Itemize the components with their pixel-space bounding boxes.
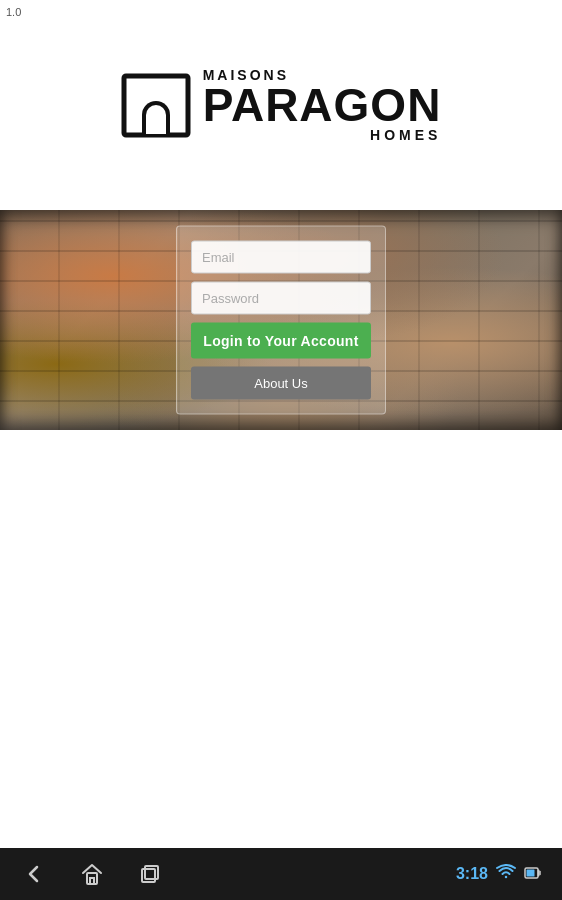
nav-right: 3:18 — [456, 864, 542, 884]
battery-icon — [524, 866, 542, 883]
header-area: MAISONS PARAGON HOMES — [0, 0, 562, 210]
home-button[interactable] — [78, 860, 106, 888]
about-button[interactable]: About Us — [191, 367, 371, 400]
logo-container: MAISONS PARAGON HOMES — [121, 68, 442, 142]
login-button[interactable]: Login to Your Account — [191, 323, 371, 359]
version-label: 1.0 — [6, 6, 21, 18]
stone-section: Login to Your Account About Us — [0, 210, 562, 430]
recents-button[interactable] — [136, 860, 164, 888]
logo-paragon: PARAGON — [203, 82, 442, 128]
logo-text-block: MAISONS PARAGON HOMES — [203, 68, 442, 142]
login-card: Login to Your Account About Us — [176, 226, 386, 415]
svg-rect-6 — [90, 878, 94, 884]
svg-rect-8 — [145, 866, 158, 879]
wifi-icon — [496, 864, 516, 884]
email-input[interactable] — [191, 241, 371, 274]
lower-content-area — [0, 430, 562, 848]
back-button[interactable] — [20, 860, 48, 888]
clock-time: 3:18 — [456, 865, 488, 883]
svg-rect-4 — [146, 120, 166, 134]
nav-icons — [20, 860, 164, 888]
password-input[interactable] — [191, 282, 371, 315]
svg-rect-10 — [527, 869, 535, 876]
logo-icon — [121, 73, 191, 138]
logo-homes: HOMES — [203, 128, 442, 142]
nav-bar: 3:18 — [0, 848, 562, 900]
svg-rect-7 — [142, 869, 155, 882]
